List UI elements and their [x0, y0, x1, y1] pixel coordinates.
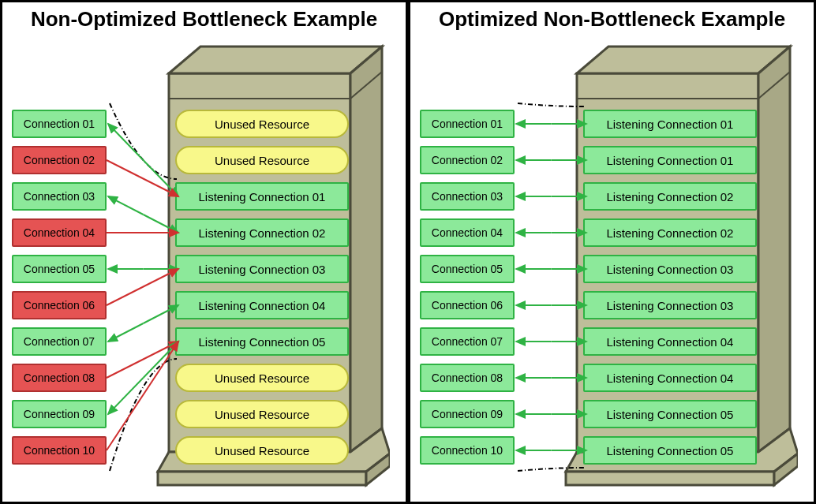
client-connection: Connection 05	[420, 255, 515, 283]
client-connection: Connection 02	[420, 146, 515, 174]
client-connection: Connection 03	[420, 182, 515, 211]
left-connections: Connection 01Connection 02Connection 03C…	[12, 110, 107, 465]
client-connection: Connection 04	[420, 218, 515, 247]
left-panel: Non-Optimized Bottleneck Example Unused …	[0, 0, 408, 504]
svg-marker-27	[566, 472, 774, 485]
svg-line-8	[108, 124, 144, 160]
client-connection: Connection 09	[420, 400, 515, 428]
client-connection: Connection 07	[12, 327, 107, 356]
unused-resource: Unused Resource	[175, 364, 349, 392]
listening-connection: Listening Connection 03	[175, 255, 349, 283]
client-connection: Connection 08	[12, 364, 107, 392]
svg-marker-2	[350, 47, 382, 452]
client-connection: Connection 05	[12, 255, 107, 283]
listening-connection: Listening Connection 01	[175, 182, 349, 211]
client-connection: Connection 09	[12, 400, 107, 428]
client-connection: Connection 01	[12, 110, 107, 138]
listening-connection: Listening Connection 05	[583, 400, 757, 428]
listening-connection: Listening Connection 05	[583, 436, 757, 465]
diagram-container: Non-Optimized Bottleneck Example Unused …	[0, 0, 816, 504]
svg-line-11	[108, 196, 144, 215]
svg-line-20	[108, 378, 144, 414]
svg-marker-4	[158, 472, 366, 485]
svg-line-17	[108, 323, 144, 342]
unused-resource: Unused Resource	[175, 110, 349, 138]
svg-marker-1	[169, 47, 382, 73]
svg-marker-25	[758, 47, 790, 452]
listening-connection: Listening Connection 01	[583, 146, 757, 174]
client-connection: Connection 06	[420, 291, 515, 319]
left-resources: Unused ResourceUnused ResourceListening …	[175, 110, 349, 465]
client-connection: Connection 06	[12, 291, 107, 319]
client-connection: Connection 08	[420, 364, 515, 392]
right-connections: Connection 01Connection 02Connection 03C…	[420, 110, 515, 465]
right-title: Optimized Non-Bottleneck Example	[410, 2, 814, 36]
listening-connection: Listening Connection 02	[175, 218, 349, 247]
listening-connection: Listening Connection 03	[583, 291, 757, 319]
listening-connection: Listening Connection 05	[175, 327, 349, 356]
client-connection: Connection 04	[12, 218, 107, 247]
right-panel: Optimized Non-Bottleneck Example Listeni…	[408, 0, 816, 504]
listening-connection: Listening Connection 04	[583, 364, 757, 392]
unused-resource: Unused Resource	[175, 146, 349, 174]
listening-connection: Listening Connection 02	[583, 218, 757, 247]
listening-connection: Listening Connection 04	[583, 327, 757, 356]
left-title: Non-Optimized Bottleneck Example	[2, 2, 406, 36]
client-connection: Connection 07	[420, 327, 515, 356]
unused-resource: Unused Resource	[175, 400, 349, 428]
client-connection: Connection 03	[12, 182, 107, 211]
unused-resource: Unused Resource	[175, 436, 349, 465]
client-connection: Connection 02	[12, 146, 107, 174]
client-connection: Connection 10	[12, 436, 107, 465]
listening-connection: Listening Connection 04	[175, 291, 349, 319]
listening-connection: Listening Connection 03	[583, 255, 757, 283]
left-server: Unused ResourceUnused ResourceListening …	[153, 42, 390, 483]
client-connection: Connection 10	[420, 436, 515, 465]
client-connection: Connection 01	[420, 110, 515, 138]
right-resources: Listening Connection 01Listening Connect…	[583, 110, 757, 465]
svg-marker-24	[577, 47, 790, 73]
listening-connection: Listening Connection 01	[583, 110, 757, 138]
listening-connection: Listening Connection 02	[583, 182, 757, 211]
right-server: Listening Connection 01Listening Connect…	[561, 42, 798, 483]
